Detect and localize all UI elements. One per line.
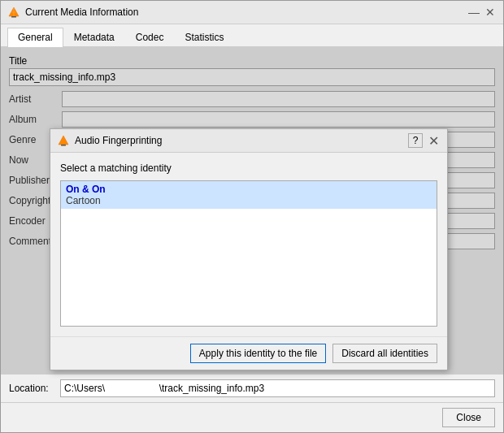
tab-general[interactable]: General — [7, 28, 63, 47]
vlc-icon — [7, 6, 20, 19]
dialog-close-button[interactable]: ✕ — [426, 133, 441, 148]
title-bar-controls: — ✕ — [467, 6, 497, 19]
location-label: Location: — [9, 383, 54, 394]
identity-title: On & On — [66, 184, 106, 195]
tab-bar: General Metadata Codec Statistics — [1, 24, 503, 47]
main-window: Current Media Information — ✕ General Me… — [0, 0, 504, 433]
close-row: Close — [1, 402, 503, 432]
dialog-title-left: Audio Fingerprinting — [57, 134, 162, 147]
title-bar: Current Media Information — ✕ — [1, 1, 503, 24]
svg-marker-4 — [59, 136, 68, 145]
dialog-help-button[interactable]: ? — [408, 133, 423, 148]
audio-fingerprinting-dialog: Audio Fingerprinting ? ✕ Select a matchi… — [50, 128, 448, 370]
modal-overlay: Audio Fingerprinting ? ✕ Select a matchi… — [1, 47, 503, 374]
dialog-footer: Apply this identity to the file Discard … — [50, 336, 447, 370]
svg-rect-5 — [61, 145, 66, 146]
tab-statistics[interactable]: Statistics — [174, 28, 234, 46]
identity-list[interactable]: On & On Cartoon — [60, 180, 437, 327]
minimize-button[interactable]: — — [467, 6, 480, 19]
dialog-vlc-icon — [57, 134, 70, 147]
dialog-body: Select a matching identity On & On Carto… — [50, 153, 447, 336]
close-window-button[interactable]: ✕ — [484, 6, 497, 19]
window-title: Current Media Information — [25, 6, 138, 18]
tab-codec[interactable]: Codec — [125, 28, 175, 46]
location-input[interactable] — [60, 379, 495, 397]
close-button[interactable]: Close — [442, 408, 495, 427]
apply-identity-button[interactable]: Apply this identity to the file — [190, 344, 326, 363]
dialog-subtitle: Select a matching identity — [60, 162, 437, 174]
svg-rect-1 — [11, 16, 16, 18]
location-bar: Location: — [1, 374, 503, 402]
title-bar-left: Current Media Information — [7, 6, 138, 19]
dialog-title-bar: Audio Fingerprinting ? ✕ — [50, 129, 447, 153]
dialog-title-text: Audio Fingerprinting — [75, 135, 162, 146]
identity-artist: Cartoon — [66, 195, 101, 206]
identity-item[interactable]: On & On Cartoon — [61, 181, 437, 209]
tab-metadata[interactable]: Metadata — [63, 28, 125, 46]
main-content: Title Artist Album Genre Now Publisher C… — [1, 47, 503, 374]
dialog-title-controls: ? ✕ — [408, 133, 441, 148]
discard-identities-button[interactable]: Discard all identities — [332, 344, 437, 363]
